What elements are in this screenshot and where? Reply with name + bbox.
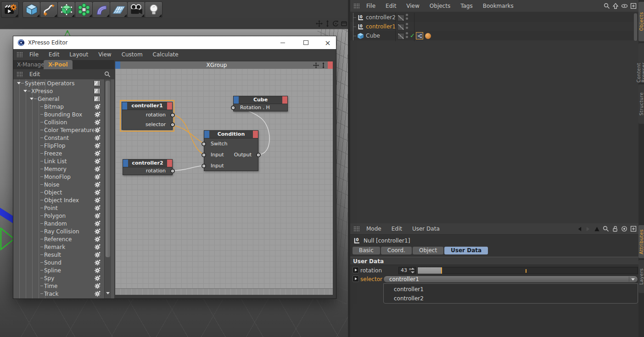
visibility-dots[interactable] (406, 14, 408, 20)
menu-item[interactable]: Bookmarks (478, 3, 519, 9)
rotate-view-icon[interactable] (332, 20, 340, 28)
node-input-corner[interactable] (204, 131, 209, 138)
node-header[interactable]: controller1 (122, 102, 172, 110)
move-icon[interactable] (313, 62, 319, 68)
node-input-corner[interactable] (122, 102, 127, 110)
light-tool[interactable] (145, 1, 162, 18)
expander-icon[interactable] (30, 98, 34, 100)
layer-swatch[interactable] (398, 33, 404, 39)
menu-item[interactable]: Edit (386, 226, 407, 232)
tree-item[interactable]: Time (13, 282, 114, 290)
userdata-port-icon[interactable] (353, 276, 359, 282)
side-tab[interactable]: Attributes (638, 225, 644, 258)
node-input-corner[interactable] (234, 96, 239, 104)
tree-item[interactable]: Object (13, 188, 114, 196)
port-input1[interactable] (202, 153, 206, 157)
attribute-tab[interactable]: Object (413, 247, 443, 254)
xpresso-tag-icon[interactable] (416, 32, 423, 39)
visibility-dots[interactable] (406, 23, 408, 29)
zoom-view-icon[interactable] (324, 20, 331, 28)
node-header[interactable]: Cube (234, 96, 287, 104)
port-rotation-h[interactable] (231, 105, 235, 110)
deformer-tool[interactable] (92, 1, 110, 18)
menu-item[interactable]: User Data (407, 226, 445, 232)
node-output-corner[interactable] (167, 160, 172, 167)
group-output-square[interactable] (328, 61, 333, 69)
tree-item[interactable]: FlipFlop (13, 142, 114, 149)
tree-item[interactable]: MonoFlop (13, 173, 114, 181)
userdata-port-icon[interactable] (353, 267, 359, 273)
grip-icon[interactable] (353, 3, 359, 9)
record-icon[interactable] (621, 226, 627, 232)
node-condition[interactable]: Condition Switch InputOutput Input (204, 130, 258, 171)
tree-scrollbar[interactable] (104, 79, 111, 298)
zoom-icon[interactable] (320, 62, 326, 68)
tree-item[interactable]: Track (13, 290, 114, 298)
node-header[interactable]: Condition (204, 131, 258, 138)
minimize-button[interactable] (275, 36, 291, 49)
search-icon[interactable] (104, 71, 111, 77)
camera-tool[interactable] (127, 1, 145, 18)
object-row[interactable]: 0 Cube ✓ (350, 31, 638, 40)
side-tab[interactable]: Layers (638, 260, 644, 293)
menu-item[interactable]: Layout (64, 51, 93, 58)
wire-selector-to-switch[interactable] (173, 125, 204, 144)
selector-dropdown[interactable]: controller1 (383, 276, 638, 283)
node-controller1[interactable]: controller1 rotation selector (122, 102, 173, 130)
expander-icon[interactable] (17, 82, 21, 84)
node-cube[interactable]: Cube Rotation . H (233, 96, 288, 111)
grip-icon[interactable] (17, 72, 22, 77)
tree-item[interactable]: Bitmap (13, 103, 114, 110)
tree-item[interactable]: Ray Collision (13, 227, 114, 235)
search-icon[interactable] (603, 226, 609, 232)
scroll-to-active-icon[interactable] (612, 3, 619, 9)
tree-item[interactable]: Noise (13, 181, 114, 188)
lock-icon[interactable] (612, 226, 618, 232)
cube-primitive-tool[interactable] (22, 1, 40, 18)
maximize-button[interactable] (298, 36, 314, 49)
up-icon[interactable] (594, 226, 600, 232)
tree-item[interactable]: Spline (13, 266, 114, 274)
menu-item[interactable]: Objects (425, 3, 455, 9)
array-cloner-tool[interactable] (75, 1, 93, 18)
history-forward-icon[interactable] (585, 226, 591, 232)
tab-x-pool[interactable]: X-Pool (44, 60, 73, 69)
dropdown-option[interactable]: controller2 (384, 294, 638, 303)
rotation-slider[interactable] (417, 267, 638, 274)
search-icon[interactable] (604, 3, 610, 9)
group-input-square[interactable] (115, 61, 120, 69)
close-button[interactable]: × (320, 36, 336, 49)
spline-pen-tool[interactable] (40, 1, 58, 18)
phong-tag-icon[interactable] (425, 33, 431, 39)
eye-icon[interactable] (621, 3, 628, 9)
object-row[interactable]: 0 controller2 (350, 13, 638, 22)
tree-item[interactable]: Spy (13, 274, 114, 282)
scrollbar-thumb[interactable] (106, 81, 110, 257)
menu-item[interactable]: View (401, 3, 424, 9)
port-switch[interactable] (202, 142, 206, 146)
node-output-corner[interactable] (282, 96, 287, 104)
side-tab[interactable]: Objects (638, 2, 644, 41)
side-tab[interactable]: Structure (638, 84, 644, 124)
menu-item[interactable]: Edit (381, 3, 401, 9)
layer-swatch[interactable] (398, 15, 404, 21)
object-name[interactable]: controller2 (366, 14, 399, 21)
tree-item[interactable]: Object Index (13, 196, 114, 204)
tree-item[interactable]: Color Temperature (13, 126, 114, 134)
menu-item[interactable]: View (93, 51, 116, 58)
window-titlebar[interactable]: XPresso Editor × (13, 36, 336, 49)
tree-item[interactable]: Constant (13, 134, 114, 142)
object-manager-scrollbar[interactable] (634, 13, 637, 41)
tree-item[interactable]: System Operators (13, 79, 114, 87)
node-header[interactable]: controller2 (123, 160, 172, 167)
menu-item[interactable]: File (24, 51, 44, 58)
menu-item[interactable]: Calculate (148, 51, 184, 58)
tree-item[interactable]: Polygon (13, 212, 114, 220)
tree-item[interactable]: Result (13, 251, 114, 259)
rotation-value-input[interactable]: 43 ° (398, 267, 416, 274)
port-output[interactable] (256, 153, 261, 157)
dropdown-option[interactable]: controller1 (384, 285, 638, 294)
expander-icon[interactable] (23, 90, 27, 92)
history-back-icon[interactable] (577, 226, 582, 232)
layer-swatch[interactable] (398, 24, 404, 30)
